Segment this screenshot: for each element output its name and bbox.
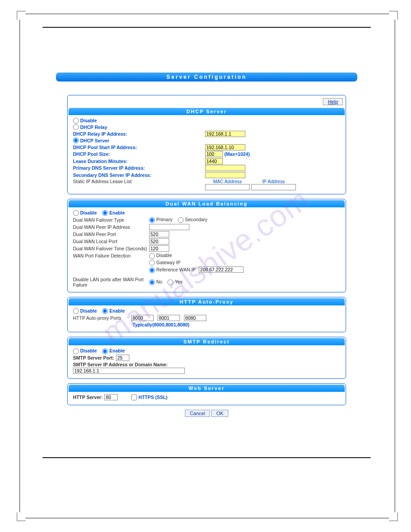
- dhcp-pool-size-input[interactable]: [205, 151, 223, 157]
- disable-lan-no-label: No: [156, 279, 162, 284]
- dhcp-secondary-dns-label: Secondary DNS Server IP Address:: [73, 172, 176, 178]
- dual-failover-type-label: Dual WAN Failover Type: [73, 217, 149, 223]
- dual-failover-time-label: Dual WAN Failover Time (Seconds): [73, 246, 149, 251]
- dual-secondary-label: Secondary: [185, 217, 207, 222]
- dhcp-secondary-dns-input[interactable]: [205, 172, 245, 178]
- proxy-section-title: HTTP Auto-Proxy: [68, 298, 345, 305]
- dhcp-primary-dns-input[interactable]: [205, 165, 245, 171]
- dhcp-pool-size-hint: (Max=1024): [224, 151, 250, 157]
- disable-lan-label: Disable LAN ports after WAN Port Failure: [73, 277, 149, 287]
- dual-failover-time-input[interactable]: [149, 245, 169, 252]
- dual-peer-ip-label: Dual WAN Peer IP Address: [73, 224, 149, 230]
- proxy-enable-radio[interactable]: [102, 308, 108, 314]
- dual-peer-port-label: Dual WAN Peer Port: [73, 232, 149, 237]
- wan-failure-gateway-radio[interactable]: [149, 260, 155, 266]
- dhcp-primary-dns-label: Primary DNS Server IP Address:: [73, 165, 176, 171]
- dual-primary-radio[interactable]: [149, 217, 155, 223]
- smtp-section-title: SMTP Redirect: [68, 338, 345, 345]
- smtp-addr-label: SMTP Server IP Address or Domain Name:: [73, 362, 168, 367]
- smtp-enable-label: Enable: [109, 348, 124, 353]
- proxy-port3-input[interactable]: [184, 315, 206, 321]
- dhcp-server-label: DHCP Server: [80, 138, 109, 143]
- smtp-disable-label: Disable: [80, 348, 97, 353]
- dhcp-lease-input[interactable]: [205, 158, 223, 164]
- dual-wan-panel: Dual WAN Load Balancing Disable Enable D…: [67, 199, 346, 292]
- smtp-panel: SMTP Redirect Disable Enable SMTP Server…: [67, 337, 346, 378]
- dhcp-relay-ip-label: DHCP Relay IP Address:: [73, 131, 163, 137]
- dual-enable-label: Enable: [109, 210, 124, 215]
- smtp-disable-radio[interactable]: [73, 348, 79, 354]
- wan-failure-ref-label: Reference WAN IP: [156, 267, 196, 272]
- dhcp-lease-label: Lease Duration Minutes:: [73, 159, 163, 164]
- dual-disable-label: Disable: [80, 210, 97, 215]
- dual-secondary-radio[interactable]: [178, 217, 184, 223]
- proxy-port2-input[interactable]: [158, 315, 180, 321]
- proxy-enable-label: Enable: [109, 308, 124, 313]
- ip-address-col: IP Address: [251, 179, 296, 184]
- dhcp-relay-radio[interactable]: [73, 124, 79, 130]
- proxy-hint: Typically(8000,8001,8080): [133, 322, 189, 327]
- wan-failure-ref-radio[interactable]: [149, 267, 155, 273]
- dhcp-section-title: DHCP Server: [68, 108, 345, 115]
- https-label: HTTPS (SSL): [138, 395, 167, 400]
- page-title: Server Configuration: [56, 73, 357, 82]
- dhcp-panel: Help DHCP Server Disable DHCP Relay DHCP…: [67, 95, 346, 194]
- dual-primary-label: Primary: [156, 217, 172, 222]
- http-server-input[interactable]: [104, 394, 118, 400]
- proxy-disable-radio[interactable]: [73, 308, 79, 314]
- dual-peer-port-input[interactable]: [149, 231, 169, 237]
- proxy-ports-label: HTTP Auto-proxy Ports: [73, 315, 131, 321]
- web-section-title: Web Server: [68, 385, 345, 392]
- smtp-port-label: SMTP Server Port:: [73, 355, 114, 360]
- http-server-label: HTTP Server:: [73, 395, 103, 400]
- dhcp-disable-radio[interactable]: [73, 118, 79, 124]
- dhcp-pool-size-label: DHCP Pool Size:: [73, 151, 163, 157]
- dual-peer-ip-input[interactable]: [149, 224, 189, 230]
- dhcp-server-radio[interactable]: [73, 137, 79, 143]
- dhcp-relay-label: DHCP Relay: [80, 124, 107, 130]
- ok-button[interactable]: OK: [211, 410, 228, 417]
- dhcp-pool-start-label: DHCP Pool Start IP Address:: [73, 145, 163, 150]
- wan-failure-gateway-label: Gateway IP: [156, 260, 180, 265]
- http-proxy-panel: HTTP Auto-Proxy Disable Enable HTTP Auto…: [67, 297, 346, 332]
- wan-failure-ref-input[interactable]: [199, 266, 244, 273]
- wan-failure-disable-radio[interactable]: [149, 253, 155, 259]
- dual-disable-radio[interactable]: [73, 210, 79, 216]
- web-server-panel: Web Server HTTP Server: HTTPS (SSL): [67, 383, 346, 405]
- dhcp-static-list-label: Static IP Address Lease List:: [73, 179, 171, 184]
- https-checkbox[interactable]: [131, 395, 137, 400]
- smtp-enable-radio[interactable]: [102, 348, 108, 354]
- dual-enable-radio[interactable]: [102, 210, 108, 216]
- smtp-port-input[interactable]: [116, 355, 129, 361]
- mac-address-col: MAC Address: [205, 179, 250, 184]
- wan-failure-disable-label: Disable: [156, 253, 172, 258]
- proxy-port1-input[interactable]: [131, 315, 154, 321]
- cancel-button[interactable]: Cancel: [185, 410, 210, 417]
- dhcp-pool-start-input[interactable]: [205, 144, 245, 150]
- dual-local-port-label: Dual WAN Local Port: [73, 239, 149, 244]
- wan-failure-label: WAN Port Failure Detection: [73, 253, 149, 258]
- smtp-addr-input[interactable]: [73, 368, 185, 374]
- mac-address-input[interactable]: [205, 184, 250, 190]
- disable-lan-yes-label: Yes: [175, 279, 182, 284]
- help-button[interactable]: Help: [323, 98, 343, 105]
- dhcp-disable-label: Disable: [80, 118, 97, 123]
- disable-lan-yes-radio[interactable]: [167, 279, 173, 285]
- disable-lan-no-radio[interactable]: [149, 279, 155, 285]
- dual-local-port-input[interactable]: [149, 238, 169, 245]
- dhcp-relay-ip-input[interactable]: [205, 131, 245, 137]
- dual-section-title: Dual WAN Load Balancing: [68, 200, 345, 207]
- ip-address-input[interactable]: [251, 184, 296, 190]
- proxy-disable-label: Disable: [80, 308, 97, 313]
